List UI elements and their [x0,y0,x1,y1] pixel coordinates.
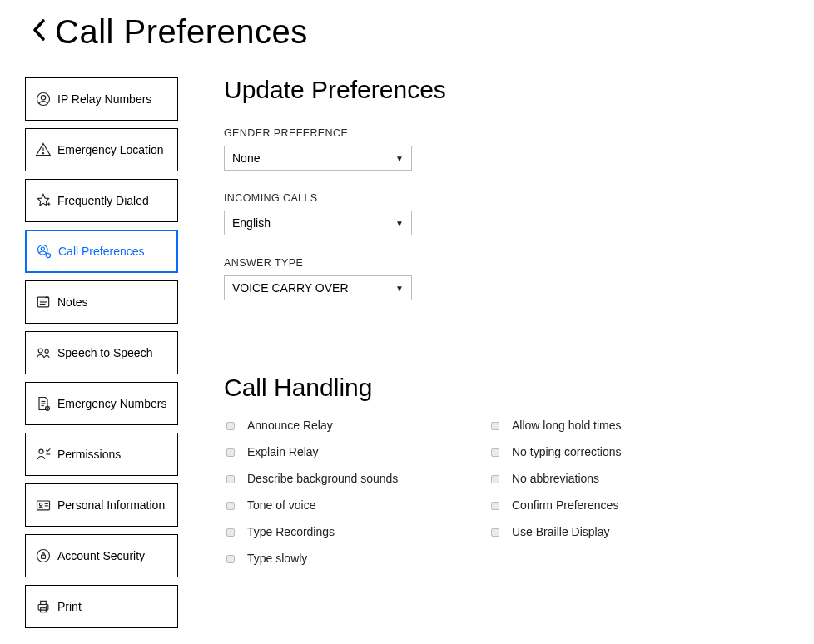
svg-rect-28 [42,555,46,558]
checkbox-label: No abbreviations [512,472,599,485]
sidebar-item-label: Print [57,600,82,613]
checkbox-label: Tone of voice [247,498,316,512]
checkbox-icon [226,502,235,510]
checkbox-label: Explain Relay [247,445,319,458]
gender-preference-select[interactable]: None ▼ [224,146,412,171]
svg-point-21 [39,449,43,453]
checkbox-label: Type slowly [247,552,307,565]
sidebar-item-label: Emergency Location [57,143,164,156]
sidebar-item-frequently-dialed[interactable]: Frequently Dialed [25,179,178,222]
sidebar-item-label: Account Security [57,549,145,562]
checkbox-icon [226,528,235,537]
sidebar-item-label: Notes [57,295,88,309]
lock-icon [34,547,52,565]
checkbox-label: Announce Relay [247,419,333,432]
checkbox-icon [491,502,499,510]
sidebar-item-label: Personal Information [57,498,165,512]
option-confirm-preferences[interactable]: Confirm Preferences [489,498,722,512]
star-plus-icon [34,191,52,210]
checkbox-icon [226,422,235,430]
svg-point-32 [47,606,47,607]
sidebar-item-permissions[interactable]: Permissions [25,433,178,476]
svg-point-7 [41,247,44,250]
option-describe-background-sounds[interactable]: Describe background sounds [224,472,457,485]
incoming-calls-group: INCOMING CALLS English ▼ [224,192,789,235]
sidebar-item-label: IP Relay Numbers [57,92,151,106]
answer-type-value: VOICE CARRY OVER [232,281,349,295]
user-headset-icon [34,90,52,108]
checkbox-icon [491,475,499,483]
page-title: Call Preferences [55,13,308,51]
checkbox-icon [491,422,499,430]
svg-rect-30 [41,601,47,604]
sidebar-item-emergency-numbers[interactable]: Emergency Numbers [25,382,178,425]
call-handling-heading: Call Handling [224,374,789,402]
sidebar: IP Relay Numbers Emergency Location Freq… [25,76,178,628]
option-no-abbreviations[interactable]: No abbreviations [489,472,722,485]
checkbox-label: Describe background sounds [247,472,398,485]
option-announce-relay[interactable]: Announce Relay [224,419,457,432]
sidebar-item-label: Emergency Numbers [57,397,167,410]
sidebar-item-label: Call Preferences [58,245,145,258]
svg-point-1 [41,96,45,100]
incoming-calls-select[interactable]: English ▼ [224,211,412,235]
checkbox-label: Use Braille Display [512,525,609,538]
caret-down-icon: ▼ [395,154,404,163]
page-header: Call Preferences [30,13,789,51]
sidebar-item-print[interactable]: Print [25,585,178,628]
option-tone-of-voice[interactable]: Tone of voice [224,498,457,512]
svg-point-24 [39,503,42,506]
warning-triangle-icon [34,141,52,159]
checkbox-label: No typing corrections [512,445,622,458]
option-explain-relay[interactable]: Explain Relay [224,445,457,458]
gender-preference-value: None [232,151,260,165]
call-handling-right-column: Allow long hold times No typing correcti… [489,419,722,565]
sidebar-item-notes[interactable]: Notes [25,280,178,324]
document-plus-icon [34,394,52,413]
answer-type-group: ANSWER TYPE VOICE CARRY OVER ▼ [224,257,789,300]
sidebar-item-speech-to-speech[interactable]: Speech to Speech [25,331,178,374]
checkbox-icon [226,448,235,457]
svg-point-13 [38,349,42,353]
svg-point-14 [45,349,48,353]
sidebar-item-label: Permissions [57,448,121,461]
answer-type-select[interactable]: VOICE CARRY OVER ▼ [224,275,412,300]
svg-point-27 [37,550,50,562]
notes-icon [34,293,52,311]
speech-users-icon [34,344,52,362]
option-allow-long-hold-times[interactable]: Allow long hold times [489,419,722,432]
caret-down-icon: ▼ [395,284,404,293]
main-content: Update Preferences GENDER PREFERENCE Non… [224,76,789,628]
incoming-calls-value: English [232,216,271,230]
checkbox-label: Allow long hold times [512,419,622,432]
update-preferences-heading: Update Preferences [224,76,789,104]
sidebar-item-label: Frequently Dialed [57,194,149,207]
option-use-braille-display[interactable]: Use Braille Display [489,525,722,538]
incoming-calls-label: INCOMING CALLS [224,192,789,204]
call-handling-section: Call Handling Announce Relay Explain Rel… [224,374,789,565]
sidebar-item-label: Speech to Speech [57,346,152,359]
sidebar-item-emergency-location[interactable]: Emergency Location [25,128,178,171]
option-no-typing-corrections[interactable]: No typing corrections [489,445,722,458]
checkbox-icon [491,448,499,457]
sidebar-item-call-preferences[interactable]: Call Preferences [25,230,178,273]
svg-point-3 [42,153,43,154]
permissions-icon [34,445,52,463]
sidebar-item-personal-information[interactable]: Personal Information [25,483,178,527]
back-chevron-icon[interactable] [30,17,50,47]
sidebar-item-ip-relay-numbers[interactable]: IP Relay Numbers [25,77,178,121]
gender-preference-label: GENDER PREFERENCE [224,127,789,139]
option-type-slowly[interactable]: Type slowly [224,552,457,565]
sidebar-item-account-security[interactable]: Account Security [25,534,178,577]
user-gear-icon [35,242,53,260]
checkbox-icon [226,555,235,563]
checkbox-icon [491,528,499,537]
call-handling-left-column: Announce Relay Explain Relay Describe ba… [224,419,457,565]
checkbox-icon [226,475,235,483]
checkbox-label: Type Recordings [247,525,335,538]
answer-type-label: ANSWER TYPE [224,257,789,269]
printer-icon [34,597,52,616]
checkbox-label: Confirm Preferences [512,498,618,512]
gender-preference-group: GENDER PREFERENCE None ▼ [224,127,789,171]
option-type-recordings[interactable]: Type Recordings [224,525,457,538]
